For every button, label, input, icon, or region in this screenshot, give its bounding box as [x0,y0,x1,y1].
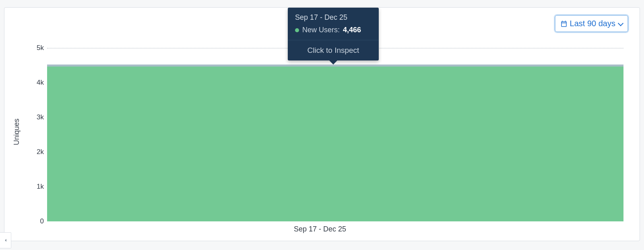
tooltip-series-label: New Users: [302,26,340,34]
y-tick: 5k [29,44,44,52]
tooltip-arrow [328,60,338,65]
x-axis-label: Sep 17 - Dec 25 [294,225,346,233]
chevron-left-icon [3,236,8,245]
series-color-dot [295,28,299,32]
tooltip-inspect-button[interactable]: Click to Inspect [288,40,379,60]
y-tick: 1k [29,183,44,191]
collapse-sidebar-button[interactable] [0,232,11,248]
chevron-down-icon [618,20,623,26]
y-tick: 4k [29,79,44,87]
chart-tooltip[interactable]: Sep 17 - Dec 25 New Users: 4,466 Click t… [288,8,379,60]
date-range-label: Last 90 days [570,19,615,28]
chart-card: Last 90 days Uniques 5k 4k 3k 2k 1k 0 Se… [4,7,640,241]
y-tick: 0 [29,217,44,225]
tooltip-value: 4,466 [343,26,361,34]
tooltip-date-range: Sep 17 - Dec 25 [288,8,379,23]
y-tick: 2k [29,148,44,156]
tooltip-row: New Users: 4,466 [288,23,379,40]
date-range-picker[interactable]: Last 90 days [555,15,628,32]
bar-new-users[interactable] [47,67,623,221]
y-axis-label: Uniques [12,119,21,145]
y-tick: 3k [29,113,44,121]
chart-area[interactable] [47,48,623,221]
chart-plot: Uniques 5k 4k 3k 2k 1k 0 Sep 17 - Dec 25 [17,48,623,233]
calendar-icon [560,20,568,27]
